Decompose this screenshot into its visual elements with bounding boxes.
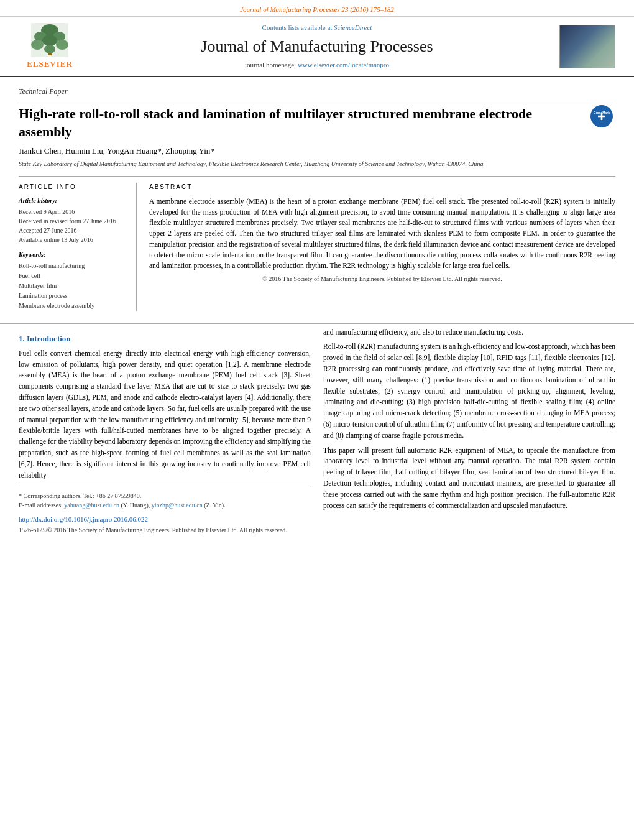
intro-para3: Roll-to-roll (R2R) manufacturing system … <box>323 341 615 441</box>
keyword-1: Roll-to-roll manufacturing <box>19 261 127 271</box>
crossmark-icon: CrossMark <box>590 105 613 127</box>
keywords-block: Keywords: Roll-to-roll manufacturing Fue… <box>19 251 127 311</box>
keyword-2: Fuel cell <box>19 271 127 281</box>
svg-point-8 <box>44 45 55 53</box>
abstract-header: ABSTRACT <box>149 183 615 192</box>
body-col-right: and manufacturing efficiency, and also t… <box>323 327 615 535</box>
accepted-date: Accepted 27 June 2016 <box>19 226 127 235</box>
email-link-2[interactable]: yinzhp@hust.edu.cn <box>152 502 203 509</box>
doi-link[interactable]: http://dx.doi.org/10.1016/j.jmapro.2016.… <box>19 515 311 524</box>
page-wrapper: Journal of Manufacturing Processes 23 (2… <box>0 0 634 547</box>
contents-link: Contents lists available at ScienceDirec… <box>81 23 553 32</box>
elsevier-tree-icon <box>31 23 68 57</box>
article-title: High-rate roll-to-roll stack and laminat… <box>19 105 584 141</box>
received-revised-date: Received in revised form 27 June 2016 <box>19 216 127 226</box>
abstract-col: ABSTRACT A membrane electrode assembly (… <box>149 183 615 311</box>
keyword-4: Lamination process <box>19 291 127 301</box>
svg-point-5 <box>56 40 68 50</box>
journal-top-bar: Journal of Manufacturing Processes 23 (2… <box>0 0 634 17</box>
keyword-5: Membrane electrode assembly <box>19 301 127 311</box>
history-label: Article history: <box>19 196 127 205</box>
elsevier-logo: ELSEVIER <box>19 23 81 70</box>
journal-volume-link[interactable]: Journal of Manufacturing Processes 23 (2… <box>240 6 394 13</box>
crossmark-badge[interactable]: CrossMark <box>590 105 615 130</box>
journal-name: Journal of Manufacturing Processes <box>81 35 553 58</box>
body-two-col: 1. Introduction Fuel cells convert chemi… <box>19 327 615 535</box>
article-info-header: ARTICLE INFO <box>19 183 127 192</box>
authors: Jiankui Chen, Huimin Liu, YongAn Huang*,… <box>19 145 615 157</box>
intro-para4: This paper will present full-automatic R… <box>323 445 615 512</box>
svg-point-4 <box>31 40 44 50</box>
journal-homepage: journal homepage: www.elsevier.com/locat… <box>81 60 553 70</box>
body-col-left: 1. Introduction Fuel cells convert chemi… <box>19 327 311 535</box>
main-body: 1. Introduction Fuel cells convert chemi… <box>0 323 634 547</box>
available-date: Available online 13 July 2016 <box>19 235 127 244</box>
article-content: Technical Paper High-rate roll-to-roll s… <box>0 77 634 323</box>
email-link-1[interactable]: yahuang@hust.edu.cn <box>64 502 119 509</box>
article-history: Article history: Received 9 April 2016 R… <box>19 196 127 244</box>
journal-cover-image <box>559 25 615 68</box>
keyword-3: Multilayer film <box>19 281 127 291</box>
email-note: E-mail addresses: yahuang@hust.edu.cn (Y… <box>19 501 311 510</box>
journal-title-center: Contents lists available at ScienceDirec… <box>81 23 553 70</box>
keywords-label: Keywords: <box>19 251 127 259</box>
article-title-row: High-rate roll-to-roll stack and laminat… <box>19 105 615 141</box>
footnote-section: * Corresponding authors. Tel.: +86 27 87… <box>19 487 311 510</box>
homepage-link[interactable]: www.elsevier.com/locate/manpro <box>298 61 389 68</box>
received-date: Received 9 April 2016 <box>19 207 127 216</box>
article-info-abstract: ARTICLE INFO Article history: Received 9… <box>19 176 615 311</box>
affiliation: State Key Laboratory of Digital Manufact… <box>19 160 615 168</box>
intro-para2: and manufacturing efficiency, and also t… <box>323 327 615 338</box>
article-info-col: ARTICLE INFO Article history: Received 9… <box>19 183 137 311</box>
intro-section-title: 1. Introduction <box>19 333 311 344</box>
journal-thumbnail <box>553 25 615 68</box>
corresponding-note: * Corresponding authors. Tel.: +86 27 87… <box>19 491 311 501</box>
article-type-label: Technical Paper <box>19 86 615 101</box>
copyright-line: © 2016 The Society of Manufacturing Engi… <box>149 275 615 284</box>
svg-point-6 <box>42 35 57 46</box>
intro-para1: Fuel cells convert chemical energy direc… <box>19 348 311 481</box>
abstract-text: A membrane electrode assembly (MEA) is t… <box>149 196 615 272</box>
journal-header: ELSEVIER Contents lists available at Sci… <box>0 17 634 77</box>
elsevier-text: ELSEVIER <box>27 58 73 70</box>
issn-line: 1526-6125/© 2016 The Society of Manufact… <box>19 526 311 535</box>
